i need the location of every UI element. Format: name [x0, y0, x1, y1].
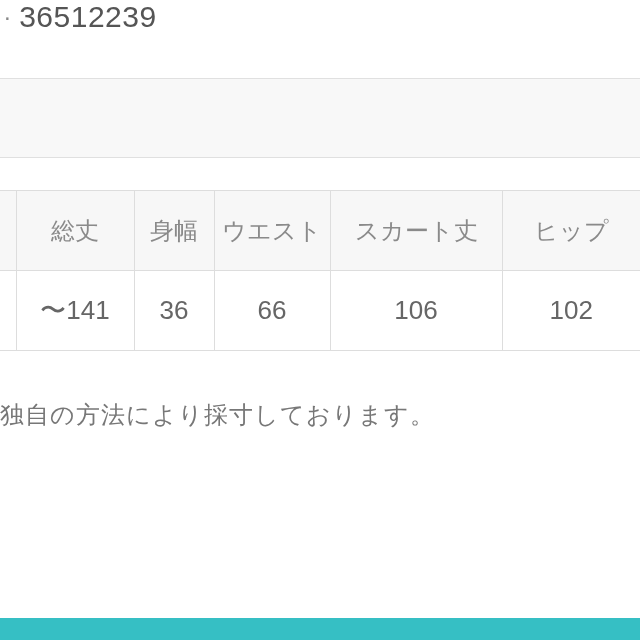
table-cell: 36 — [134, 271, 214, 351]
table-header-cell — [0, 191, 16, 271]
table-header-cell: 総丈 — [16, 191, 134, 271]
info-band — [0, 78, 640, 158]
table-cell: 〜141 — [16, 271, 134, 351]
size-table: 総丈 身幅 ウエスト スカート丈 ヒップ 〜141 36 66 106 102 — [0, 190, 640, 351]
table-header-cell: ウエスト — [214, 191, 330, 271]
table-header-cell: スカート丈 — [330, 191, 502, 271]
table-header-cell: 身幅 — [134, 191, 214, 271]
table-row: 〜141 36 66 106 102 — [0, 271, 640, 351]
product-code: 36512239 — [19, 0, 156, 34]
table-cell: 106 — [330, 271, 502, 351]
table-cell — [0, 271, 16, 351]
bottom-accent-bar — [0, 618, 640, 640]
measurement-note: 独自の方法により採寸しております。 — [0, 399, 640, 431]
size-table-wrap: 総丈 身幅 ウエスト スカート丈 ヒップ 〜141 36 66 106 102 — [0, 190, 640, 351]
product-code-row: · 36512239 — [0, 0, 640, 34]
table-cell: 102 — [502, 271, 640, 351]
table-cell: 66 — [214, 271, 330, 351]
table-header-row: 総丈 身幅 ウエスト スカート丈 ヒップ — [0, 191, 640, 271]
bullet-icon: · — [4, 3, 11, 31]
table-header-cell: ヒップ — [502, 191, 640, 271]
